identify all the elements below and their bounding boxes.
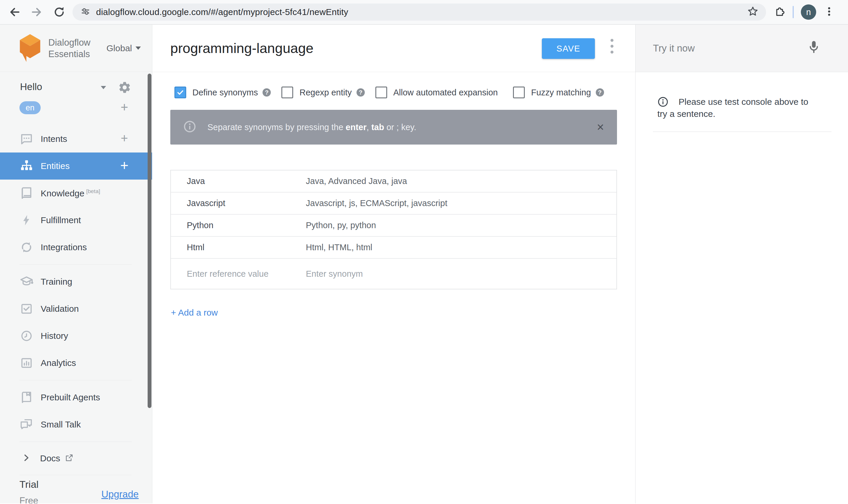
console-divider — [653, 131, 831, 132]
reference-value-cell[interactable]: Java — [187, 176, 306, 186]
sidebar-item-label: Integrations — [41, 242, 87, 252]
sidebar-item-docs[interactable]: Docs — [0, 446, 152, 471]
region-label: Global — [106, 43, 132, 53]
sidebar-scrollbar[interactable] — [148, 74, 152, 408]
browser-menu-kebab-icon[interactable] — [823, 5, 835, 19]
upgrade-link[interactable]: Upgrade — [101, 489, 139, 500]
agent-name[interactable]: Hello — [20, 81, 42, 92]
analytics-chart-icon — [19, 356, 34, 370]
synonyms-cell[interactable]: Java, Advanced Java, java — [306, 176, 617, 186]
bookmark-star-icon[interactable] — [747, 5, 759, 19]
entity-header: programming-language SAVE — [152, 25, 635, 72]
try-it-now-input[interactable] — [653, 43, 777, 54]
synonyms-cell[interactable]: Javascript, js, ECMAScript, javascript — [306, 198, 617, 208]
banner-text: Separate synonyms by pressing the enter,… — [207, 123, 416, 132]
sidebar-item-label: Training — [41, 277, 72, 287]
define-synonyms-checkbox[interactable] — [174, 87, 186, 98]
sidebar-item-entities[interactable]: Entities + — [0, 152, 152, 180]
docs-label: Docs — [40, 453, 60, 463]
reload-icon[interactable] — [52, 5, 66, 19]
sidebar-item-intents[interactable]: Intents + — [0, 125, 152, 152]
gear-icon[interactable] — [118, 81, 132, 95]
language-badge[interactable]: en — [19, 101, 41, 114]
reference-value-cell[interactable]: Javascript — [187, 198, 306, 208]
synonyms-cell[interactable]: Html, HTML, html — [306, 242, 617, 252]
save-button[interactable]: SAVE — [542, 38, 595, 59]
reference-value-cell[interactable]: Html — [187, 242, 306, 252]
test-console-body: Please use test console above to try a s… — [636, 72, 848, 132]
omnibox[interactable]: dialogflow.cloud.google.com/#/agent/mypr… — [72, 3, 766, 21]
reference-value-input[interactable] — [187, 269, 296, 279]
sidebar-item-training[interactable]: Training — [0, 268, 152, 295]
url-text[interactable]: dialogflow.cloud.google.com/#/agent/mypr… — [96, 7, 348, 17]
add-language-button[interactable]: + — [117, 100, 132, 114]
option-label: Regexp entity — [299, 88, 351, 97]
avatar[interactable]: n — [801, 4, 816, 20]
mic-icon[interactable] — [808, 40, 820, 58]
help-icon[interactable]: ? — [596, 88, 604, 96]
integrations-sync-icon — [19, 240, 34, 254]
sidebar-item-label: Intents — [41, 134, 67, 144]
sidebar-divider — [19, 442, 132, 442]
table-row: Python Python, py, python — [171, 215, 617, 237]
regexp-entity-checkbox[interactable] — [281, 87, 293, 98]
fuzzy-matching-checkbox[interactable] — [513, 87, 525, 98]
dialogflow-logo — [18, 34, 42, 63]
entities-sitemap-icon — [19, 159, 34, 173]
brand-line2: Essentials — [48, 48, 90, 60]
small-talk-bubbles-icon — [19, 417, 34, 432]
intents-chat-icon — [19, 132, 34, 146]
language-row: en + — [0, 101, 152, 115]
brand-text: Dialogflow Essentials — [48, 37, 90, 60]
plan-section: Trial Free Upgrade — [0, 479, 152, 503]
region-selector[interactable]: Global — [106, 43, 152, 53]
forward-icon[interactable] — [30, 5, 44, 19]
help-icon[interactable]: ? — [262, 88, 271, 96]
test-console-header — [636, 25, 848, 72]
sidebar-item-label: History — [41, 331, 68, 341]
option-label: Define synonyms — [192, 88, 258, 97]
sidebar-item-validation[interactable]: Validation — [0, 295, 152, 322]
synonym-input[interactable] — [306, 269, 592, 279]
reference-value-cell[interactable]: Python — [187, 220, 306, 230]
add-entity-button[interactable]: + — [117, 152, 132, 180]
add-row-link[interactable]: + Add a row — [171, 308, 218, 318]
sidebar-divider — [19, 475, 132, 475]
add-intent-button[interactable]: + — [117, 125, 132, 152]
sidebar-item-label: Analytics — [41, 358, 76, 368]
extensions-puzzle-icon[interactable] — [773, 5, 785, 19]
sidebar-item-history[interactable]: History — [0, 322, 152, 349]
brand-line1: Dialogflow — [48, 37, 90, 48]
chevron-down-icon[interactable] — [101, 86, 106, 89]
info-icon — [183, 120, 196, 134]
sidebar-item-integrations[interactable]: Integrations — [0, 234, 152, 261]
console-message: Please use test console above to try a s… — [657, 96, 818, 120]
sidebar-item-fulfillment[interactable]: Fulfillment — [0, 207, 152, 234]
agent-selector-row: Hello — [0, 80, 152, 95]
sidebar-item-label: Prebuilt Agents — [41, 392, 100, 402]
sidebar: Dialogflow Essentials Global Hello en + — [0, 25, 152, 503]
sidebar-menu: Intents + Entities + Knowledge[beta] — [0, 125, 152, 503]
sidebar-item-prebuilt-agents[interactable]: Prebuilt Agents — [0, 384, 152, 411]
close-icon[interactable]: × — [597, 121, 604, 133]
training-cap-icon — [19, 275, 34, 289]
sidebar-item-label: Fulfillment — [41, 215, 81, 225]
entity-name-field[interactable]: programming-language — [170, 40, 313, 56]
sidebar-item-analytics[interactable]: Analytics — [0, 349, 152, 377]
option-fuzzy-matching: Fuzzy matching ? — [513, 87, 604, 98]
sidebar-item-label: Entities — [41, 161, 70, 171]
option-label: Allow automated expansion — [393, 88, 498, 97]
screen: dialogflow.cloud.google.com/#/agent/mypr… — [0, 0, 848, 504]
fulfillment-bolt-icon — [19, 213, 34, 227]
option-define-synonyms: Define synonyms ? — [174, 87, 271, 98]
sidebar-item-knowledge[interactable]: Knowledge[beta] — [0, 180, 152, 207]
allow-automated-expansion-checkbox[interactable] — [375, 87, 387, 98]
synonyms-cell[interactable]: Python, py, python — [306, 220, 617, 230]
more-kebab-icon[interactable] — [607, 37, 617, 55]
help-icon[interactable]: ? — [357, 88, 365, 96]
toolbar-separator — [793, 6, 794, 18]
validation-check-icon — [19, 302, 34, 316]
back-icon[interactable] — [8, 5, 21, 19]
site-settings-icon[interactable] — [80, 5, 91, 19]
sidebar-item-small-talk[interactable]: Small Talk — [0, 411, 152, 438]
